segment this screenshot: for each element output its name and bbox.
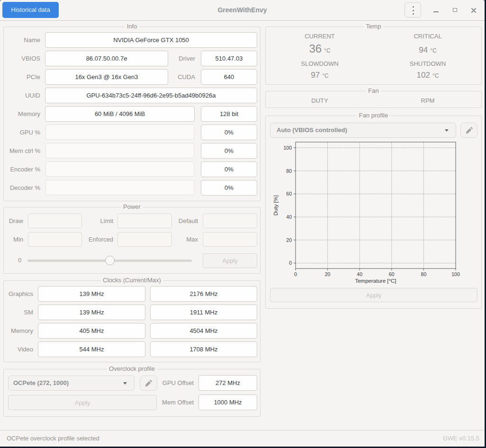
svg-text:100: 100: [451, 271, 460, 277]
svg-text:0: 0: [294, 271, 297, 277]
svg-text:20: 20: [286, 237, 292, 243]
svg-text:60: 60: [286, 191, 292, 197]
svg-text:20: 20: [325, 271, 331, 277]
svg-text:0: 0: [289, 260, 292, 266]
svg-text:Duty [%]: Duty [%]: [273, 195, 279, 215]
svg-text:40: 40: [286, 214, 292, 220]
svg-text:Temperature [°C]: Temperature [°C]: [355, 278, 396, 284]
svg-text:80: 80: [421, 271, 427, 277]
svg-text:40: 40: [357, 271, 362, 277]
svg-text:100: 100: [283, 145, 292, 151]
svg-text:80: 80: [286, 168, 292, 174]
svg-text:60: 60: [389, 271, 395, 277]
